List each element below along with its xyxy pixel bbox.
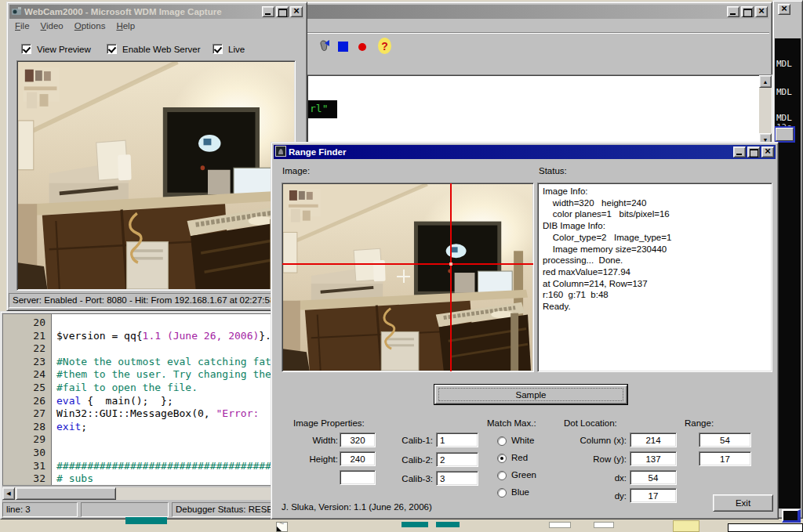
minimize-icon[interactable]: [262, 6, 274, 17]
radio-label: Blue: [511, 487, 529, 497]
dx-label: dx:: [550, 473, 627, 483]
checkbox-label: View Preview: [37, 45, 91, 54]
radio-blue[interactable]: [497, 488, 507, 498]
maximize-icon[interactable]: [741, 6, 754, 17]
close-icon[interactable]: [778, 4, 790, 15]
radio-red[interactable]: [497, 454, 507, 463]
enable-web-server-checkbox[interactable]: [107, 44, 117, 54]
menu-item-file[interactable]: File: [9, 20, 35, 31]
extra-field[interactable]: [340, 470, 376, 485]
minimize-icon[interactable]: [733, 147, 746, 157]
checkbox-label: Enable Web Server: [122, 45, 201, 54]
radio-green[interactable]: [497, 471, 507, 480]
step-icon[interactable]: [317, 38, 331, 56]
width-field[interactable]: 320: [340, 432, 376, 447]
close-icon[interactable]: [290, 6, 303, 17]
range-label: Range:: [685, 418, 714, 428]
capture-titlebar: [284, 5, 769, 19]
stop-icon[interactable]: [338, 42, 348, 52]
menu-item-help[interactable]: Help: [111, 20, 140, 31]
console-line: MDL: [776, 87, 792, 97]
close-icon[interactable]: [755, 6, 768, 17]
range-finder-title: Range Finder: [289, 147, 731, 157]
scroll-left-icon[interactable]: ◀: [2, 487, 15, 500]
crosshair-vertical: [450, 183, 452, 371]
desktop-shortcut-icon[interactable]: [276, 522, 288, 532]
scrollbar-track[interactable]: [759, 88, 772, 133]
line-number-gutter: 2021222324252627282930313233: [3, 314, 52, 485]
webcam-photo-scene: [283, 184, 532, 371]
record-icon[interactable]: [358, 43, 366, 51]
width-label: Width:: [279, 436, 338, 445]
height-label: Height:: [279, 454, 338, 464]
capture-text-area[interactable]: rl" ▲ ▼: [307, 74, 772, 147]
desktop: MDL MDL MDL 12e ? rl": [0, 0, 803, 532]
exit-button[interactable]: Exit: [713, 494, 773, 512]
calib2-field[interactable]: 2: [436, 452, 478, 467]
desktop-fragment: [594, 522, 614, 528]
cursor-cross-icon: [403, 270, 405, 283]
webcam-window: WebCam2000 - Microsoft WDM Image Capture…: [6, 2, 307, 311]
dy-label: dy:: [550, 491, 627, 501]
radio-white[interactable]: [497, 436, 507, 446]
status-box: Image Info: width=320 height=240 color p…: [537, 183, 772, 372]
status-line-number: line: 3: [2, 502, 78, 517]
range-finder-image[interactable]: [282, 183, 534, 372]
version-credit: J. Sluka, Version: 1.1 (June 26, 2006): [282, 502, 432, 512]
radio-label: White: [511, 436, 534, 445]
help-icon[interactable]: ?: [378, 38, 391, 54]
capture-window: ? rl" ▲ ▼: [281, 2, 772, 147]
toolbar-divider: [284, 32, 769, 34]
menu-item-video[interactable]: Video: [35, 20, 69, 31]
range-finder-titlebar: Range Finder: [274, 145, 776, 159]
range-field-2[interactable]: 17: [699, 451, 751, 466]
column-x-label: Column (x):: [550, 436, 627, 445]
radio-label: Green: [511, 470, 536, 480]
calib2-label: Calib-2:: [380, 455, 433, 465]
image-label: Image:: [282, 166, 310, 176]
vertical-scrollbar[interactable]: ▲ ▼: [759, 75, 772, 146]
row-y-field[interactable]: 137: [630, 451, 677, 466]
calib1-label: Calib-1:: [380, 436, 433, 445]
webcam-titlebar: WebCam2000 - Microsoft WDM Image Capture: [9, 5, 304, 19]
minimize-icon[interactable]: [727, 6, 739, 17]
range-finder-photo: [283, 184, 532, 371]
webcam-app-icon: [11, 5, 22, 18]
webcam-preview: [16, 60, 296, 291]
webcam-photo: [18, 62, 294, 289]
desktop-fragment: [673, 520, 699, 532]
view-preview-checkbox[interactable]: [21, 44, 31, 54]
range-finder-app-icon: [275, 146, 286, 158]
crosshair-horizontal: [282, 263, 533, 265]
range-field-1[interactable]: 54: [699, 432, 751, 447]
range-finder-window: Range Finder Image:: [271, 142, 779, 519]
row-y-label: Row (y):: [550, 454, 627, 464]
maximize-icon[interactable]: [747, 147, 760, 157]
desktop-fragment: [782, 509, 801, 523]
calib3-field[interactable]: 3: [436, 471, 478, 486]
status-label: Status:: [539, 166, 567, 176]
dy-field[interactable]: 17: [630, 488, 677, 503]
scrollbar-thumb[interactable]: [16, 487, 116, 500]
desktop-fragment: [436, 522, 460, 527]
calib3-label: Calib-3:: [380, 474, 433, 483]
webcam-status-bar: Server: Enabled - Port: 8080 - Hit: From…: [9, 293, 305, 308]
image-properties-label: Image Properties:: [293, 418, 365, 428]
close-icon[interactable]: [761, 147, 774, 157]
column-x-field[interactable]: 214: [630, 432, 677, 447]
height-field[interactable]: 240: [340, 451, 376, 466]
menu-item-options[interactable]: Options: [69, 20, 111, 31]
maximize-icon[interactable]: [276, 6, 289, 17]
radio-label: Red: [511, 453, 528, 462]
crosshair-center: [449, 262, 452, 266]
mini-button[interactable]: [776, 128, 794, 141]
scroll-up-icon[interactable]: ▲: [759, 75, 772, 88]
dx-field[interactable]: 54: [630, 470, 677, 485]
calib1-field[interactable]: 1: [436, 432, 478, 447]
sample-button[interactable]: Sample: [434, 384, 628, 405]
status-empty-panel: [81, 502, 169, 517]
desktop-fragment: [402, 522, 428, 527]
desktop-fragment: [125, 517, 167, 524]
live-checkbox[interactable]: [213, 44, 223, 54]
desktop-fragment: [549, 522, 571, 528]
